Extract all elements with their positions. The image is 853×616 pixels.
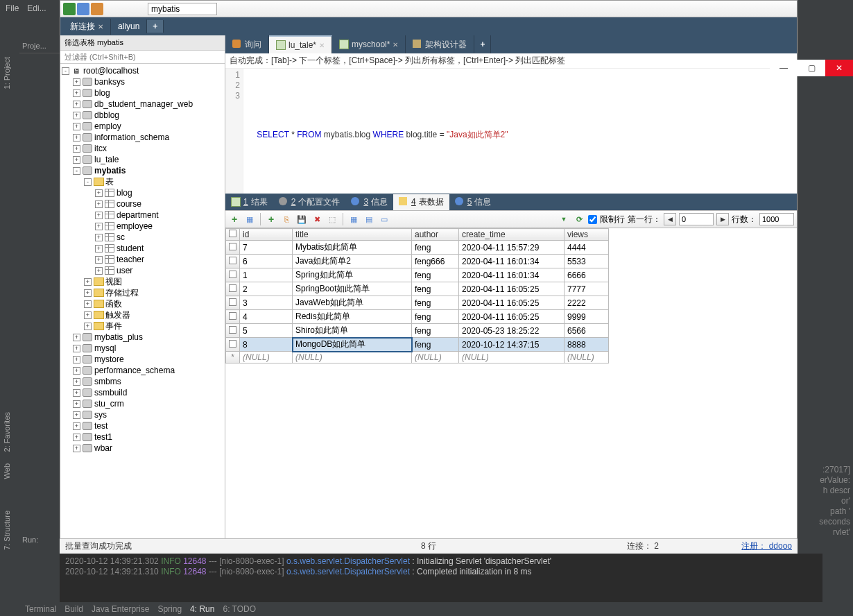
tree-node[interactable]: +itcx: [60, 143, 225, 154]
tab-close-icon[interactable]: ✕: [98, 23, 103, 31]
bottom-tab[interactable]: Java Enterprise: [92, 604, 149, 614]
bottom-tab[interactable]: 4: Run: [190, 604, 214, 614]
editor-tab[interactable]: lu_tale*✕: [269, 35, 332, 53]
tree-node[interactable]: +db_student_manager_web: [60, 99, 225, 110]
table-row[interactable]: 8MongoDB如此简单feng2020-10-12 14:37:158888: [226, 338, 609, 352]
tree-expander-icon[interactable]: +: [73, 434, 80, 441]
tree-expander-icon[interactable]: +: [73, 156, 80, 164]
table-cell[interactable]: 2020-04-11 15:57:29: [459, 241, 565, 255]
tree-node[interactable]: -表: [60, 176, 225, 187]
table-row[interactable]: 7Mybatis如此简单feng2020-04-11 15:57:294444: [226, 241, 609, 255]
table-cell[interactable]: SpringBoot如此简单: [293, 282, 412, 296]
tree-expander-icon[interactable]: -: [73, 167, 80, 175]
tree-expander-icon[interactable]: +: [73, 78, 80, 86]
table-cell[interactable]: 2: [240, 282, 293, 296]
result-tab[interactable]: 5 信息: [449, 194, 497, 210]
table-cell[interactable]: 9999: [565, 310, 609, 324]
tree-node[interactable]: +department: [60, 209, 225, 221]
tree-expander-icon[interactable]: +: [95, 245, 103, 253]
tree-expander-icon[interactable]: +: [73, 356, 80, 363]
table-cell[interactable]: Mybatis如此简单: [293, 241, 412, 255]
table-cell[interactable]: 6666: [565, 268, 609, 282]
table-null-row[interactable]: *(NULL)(NULL)(NULL)(NULL)(NULL): [226, 352, 609, 363]
tree-expander-icon[interactable]: +: [84, 278, 92, 286]
table-row[interactable]: 2SpringBoot如此简单feng2020-04-11 16:05:2577…: [226, 282, 609, 296]
table-cell[interactable]: feng666: [412, 255, 459, 268]
table-cell[interactable]: 3: [240, 296, 293, 310]
tree-node[interactable]: +smbms: [60, 376, 225, 387]
tree-expander-icon[interactable]: +: [73, 367, 80, 375]
result-tab[interactable]: 2 个配置文件: [273, 194, 346, 210]
row-count-input[interactable]: [759, 213, 794, 225]
column-header[interactable]: create_time: [459, 229, 565, 241]
left-tab-web[interactable]: Web: [0, 458, 14, 484]
table-row[interactable]: 6Java如此简单2feng6662020-04-11 16:01:345533: [226, 255, 609, 268]
result-tab[interactable]: 3 信息: [345, 194, 393, 210]
table-cell[interactable]: Java如此简单2: [293, 255, 412, 268]
connection-tab-add[interactable]: +: [147, 20, 164, 33]
tree-node[interactable]: +wbar: [60, 443, 225, 454]
db-refresh-icon[interactable]: [77, 3, 89, 15]
tree-expander-icon[interactable]: +: [95, 189, 103, 197]
table-cell[interactable]: feng: [412, 338, 459, 352]
window-close[interactable]: ✕: [825, 60, 853, 76]
tree-node[interactable]: +lu_tale: [60, 154, 225, 165]
table-cell[interactable]: Spring如此简单: [293, 268, 412, 282]
tree-node[interactable]: +mysql: [60, 343, 225, 354]
save-icon[interactable]: [295, 213, 308, 225]
tree-node[interactable]: +sys: [60, 409, 225, 420]
table-cell[interactable]: 2020-04-11 16:05:25: [459, 282, 565, 296]
db-connect-icon[interactable]: [63, 3, 76, 15]
tree-expander-icon[interactable]: +: [73, 411, 80, 419]
tab-close-icon[interactable]: ✕: [319, 42, 325, 49]
table-row[interactable]: 1Spring如此简单feng2020-04-11 16:01:346666: [226, 268, 609, 282]
tree-expander-icon[interactable]: +: [73, 400, 80, 408]
column-header[interactable]: id: [240, 229, 293, 241]
editor-tab[interactable]: 架构设计器: [406, 35, 474, 53]
left-tab-favorites[interactable]: 2: Favorites: [0, 407, 14, 457]
table-cell[interactable]: Redis如此简单: [293, 310, 412, 324]
result-tab[interactable]: 4 表数据: [393, 194, 449, 210]
table-cell[interactable]: 8888: [565, 338, 609, 352]
tree-node[interactable]: +blog: [60, 187, 225, 198]
table-row[interactable]: 4Redis如此简单feng2020-04-11 16:05:259999: [226, 310, 609, 324]
tree-expander-icon[interactable]: +: [73, 123, 80, 130]
tree-expander-icon[interactable]: -: [62, 67, 69, 75]
delete-row-icon[interactable]: [311, 213, 323, 225]
data-grid[interactable]: idtitleauthorcreate_timeviews7Mybatis如此简…: [225, 228, 797, 540]
batch-register-link[interactable]: 注册： ddooo: [741, 540, 792, 552]
new-row-marker[interactable]: *: [226, 352, 240, 363]
table-cell[interactable]: feng: [412, 324, 459, 338]
tree-expander-icon[interactable]: +: [73, 422, 80, 430]
menu-edit[interactable]: Edi...: [27, 3, 46, 13]
tree-node[interactable]: +mybatis_plus: [60, 332, 225, 343]
tree-node[interactable]: +stu_crm: [60, 398, 225, 409]
first-row-next[interactable]: ▶: [716, 213, 729, 225]
tree-expander-icon[interactable]: +: [73, 134, 80, 142]
row-checkbox[interactable]: [226, 338, 240, 352]
table-cell[interactable]: feng: [412, 268, 459, 282]
table-cell[interactable]: feng: [412, 310, 459, 324]
tree-expander-icon[interactable]: +: [84, 323, 92, 330]
table-cell[interactable]: (NULL): [240, 352, 293, 363]
table-cell[interactable]: 7777: [565, 282, 609, 296]
editor-tab-add[interactable]: +: [474, 35, 491, 53]
table-cell[interactable]: feng: [412, 296, 459, 310]
tree-node[interactable]: +performance_schema: [60, 365, 225, 376]
table-cell[interactable]: 4444: [565, 241, 609, 255]
window-maximize[interactable]: ▢: [798, 60, 825, 76]
select-all-checkbox[interactable]: [226, 229, 240, 241]
ide-console[interactable]: 2020-10-12 14:39:21.302 INFO 12648 --- […: [60, 554, 822, 602]
tree-node[interactable]: -mybatis: [60, 165, 225, 176]
table-cell[interactable]: 6566: [565, 324, 609, 338]
tree-expander-icon[interactable]: +: [95, 212, 103, 219]
first-row-prev[interactable]: ◀: [664, 213, 676, 225]
tree-expander-icon[interactable]: -: [84, 178, 92, 186]
tree-node[interactable]: +存储过程: [60, 287, 225, 298]
connection-tab[interactable]: 新连接✕: [63, 19, 111, 35]
tree-node[interactable]: +sc: [60, 232, 225, 243]
tree-expander-icon[interactable]: +: [95, 223, 103, 230]
row-checkbox[interactable]: [226, 255, 240, 268]
table-cell[interactable]: feng: [412, 241, 459, 255]
view-text-icon[interactable]: ▭: [378, 213, 390, 225]
